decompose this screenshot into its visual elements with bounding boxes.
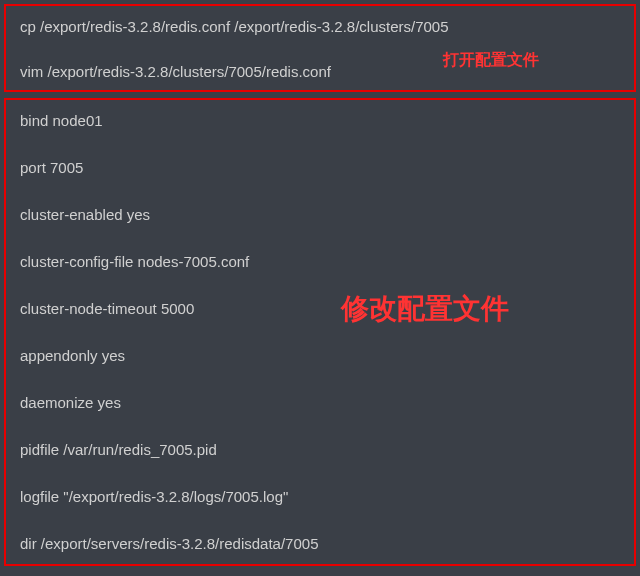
config-line: appendonly yes [20, 347, 620, 364]
top-command-box: cp /export/redis-3.2.8/redis.conf /expor… [4, 4, 636, 92]
annotation-modify-config: 修改配置文件 [341, 290, 509, 328]
bottom-config-box: bind node01 port 7005 cluster-enabled ye… [4, 98, 636, 566]
annotation-open-config: 打开配置文件 [443, 50, 539, 71]
config-line: bind node01 [20, 112, 620, 129]
config-line: pidfile /var/run/redis_7005.pid [20, 441, 620, 458]
command-line: cp /export/redis-3.2.8/redis.conf /expor… [20, 18, 620, 35]
config-line: cluster-enabled yes [20, 206, 620, 223]
config-line: logfile "/export/redis-3.2.8/logs/7005.l… [20, 488, 620, 505]
config-line: cluster-config-file nodes-7005.conf [20, 253, 620, 270]
config-line: port 7005 [20, 159, 620, 176]
config-line: daemonize yes [20, 394, 620, 411]
config-line: cluster-node-timeout 5000 [20, 300, 620, 317]
config-line: dir /export/servers/redis-3.2.8/redisdat… [20, 535, 620, 552]
